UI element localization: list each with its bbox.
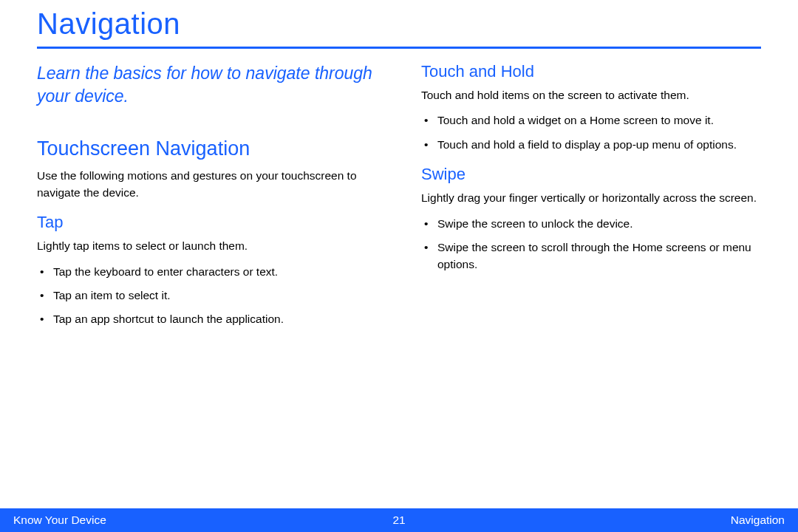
section-intro-touchscreen: Use the following motions and gestures o… [37, 168, 377, 201]
footer-bar: Know Your Device 21 Navigation [0, 508, 798, 532]
tap-intro: Lightly tap items to select or launch th… [37, 238, 377, 254]
right-column: Touch and Hold Touch and hold items on t… [421, 62, 761, 335]
list-item: Touch and hold a widget on a Home screen… [424, 112, 761, 129]
section-heading-touchscreen: Touchscreen Navigation [37, 137, 377, 160]
list-item: Touch and hold a field to display a pop-… [424, 137, 761, 153]
page-title: Navigation [37, 7, 761, 49]
list-item: Swipe the screen to unlock the device. [424, 216, 761, 232]
list-item: Tap an item to select it. [40, 287, 377, 304]
left-column: Learn the basics for how to navigate thr… [37, 62, 377, 335]
touch-hold-intro: Touch and hold items on the screen to ac… [421, 87, 761, 103]
manual-page: Navigation Learn the basics for how to n… [0, 0, 798, 532]
swipe-intro: Lightly drag your finger vertically or h… [421, 190, 761, 206]
content-columns: Learn the basics for how to navigate thr… [37, 62, 761, 335]
touch-hold-bullets: Touch and hold a widget on a Home screen… [421, 112, 761, 153]
footer-page-number: 21 [392, 514, 405, 527]
list-item: Tap an app shortcut to launch the applic… [40, 311, 377, 327]
list-item: Tap the keyboard to enter characters or … [40, 264, 377, 280]
subheading-touch-hold: Touch and Hold [421, 62, 761, 81]
swipe-bullets: Swipe the screen to unlock the device. S… [421, 216, 761, 273]
intro-text: Learn the basics for how to navigate thr… [37, 62, 377, 108]
subheading-swipe: Swipe [421, 165, 761, 184]
tap-bullets: Tap the keyboard to enter characters or … [37, 264, 377, 328]
footer-right: Navigation [731, 514, 785, 527]
list-item: Swipe the screen to scroll through the H… [424, 239, 761, 273]
footer-left: Know Your Device [13, 514, 106, 527]
subheading-tap: Tap [37, 213, 377, 232]
